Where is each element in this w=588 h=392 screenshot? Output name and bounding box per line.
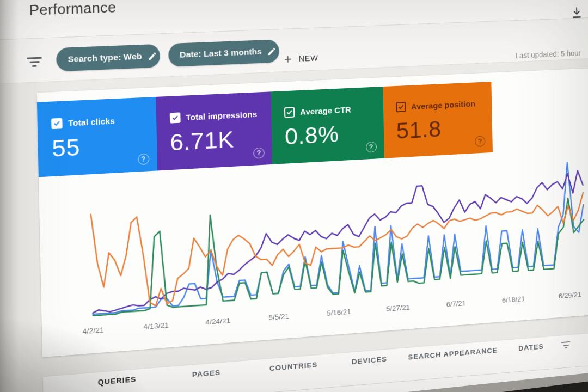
metric-label: Average position xyxy=(411,99,475,111)
chart-line-total-clicks xyxy=(90,162,585,314)
help-icon[interactable]: ? xyxy=(475,136,485,147)
performance-report-card: Total clicks 55 ? Total impressions 6.71… xyxy=(37,65,588,357)
filter-lines-icon[interactable] xyxy=(26,57,42,69)
x-axis-label: 5/5/21 xyxy=(268,312,289,322)
checkbox-checked-icon[interactable] xyxy=(51,118,63,130)
search-console-performance-page: Performance Search type: Web Date: Last … xyxy=(0,0,588,392)
chart-line-total-impressions xyxy=(90,170,585,313)
photo-of-screen: Performance Search type: Web Date: Last … xyxy=(0,0,588,392)
search-type-chip-label: Search type: Web xyxy=(68,51,142,64)
edit-pencil-icon xyxy=(267,46,277,56)
metric-card-average-position[interactable]: Average position 51.8 ? xyxy=(383,82,493,158)
edit-pencil-icon xyxy=(148,51,157,61)
x-axis-label: 6/18/21 xyxy=(502,295,525,304)
checkbox-checked-icon[interactable] xyxy=(284,107,295,118)
metric-label: Average CTR xyxy=(300,105,351,117)
metric-card-total-clicks[interactable]: Total clicks 55 ? xyxy=(37,97,157,177)
x-axis-label: 6/29/21 xyxy=(559,291,581,300)
performance-line-chart[interactable]: 4/2/214/13/214/24/215/5/215/16/215/27/21… xyxy=(42,154,588,352)
tab-countries[interactable]: COUNTRIES xyxy=(270,360,318,372)
metric-label: Total clicks xyxy=(68,116,115,128)
table-filter-icon[interactable] xyxy=(561,341,571,351)
date-range-chip[interactable]: Date: Last 3 months xyxy=(168,39,279,67)
x-axis-label: 4/2/21 xyxy=(82,326,104,335)
plus-icon: + xyxy=(284,53,292,65)
metric-card-average-ctr[interactable]: Average CTR 0.8% ? xyxy=(271,87,384,164)
tab-queries[interactable]: QUERIES xyxy=(97,375,136,387)
search-type-chip[interactable]: Search type: Web xyxy=(56,44,160,72)
x-axis-label: 6/7/21 xyxy=(446,299,466,308)
date-range-chip-label: Date: Last 3 months xyxy=(180,47,262,60)
help-icon[interactable]: ? xyxy=(138,154,149,166)
help-icon[interactable]: ? xyxy=(366,142,377,153)
new-filter-button[interactable]: + NEW xyxy=(284,52,318,65)
x-axis-label: 5/16/21 xyxy=(327,308,351,317)
tab-dates[interactable]: DATES xyxy=(518,342,544,352)
checkbox-checked-icon[interactable] xyxy=(169,112,180,123)
checkbox-checked-icon[interactable] xyxy=(396,102,406,113)
metric-label: Total impressions xyxy=(186,109,258,122)
metric-card-total-impressions[interactable]: Total impressions 6.71K ? xyxy=(156,91,272,170)
tab-devices[interactable]: DEVICES xyxy=(352,355,387,366)
x-axis-label: 4/13/21 xyxy=(143,321,169,331)
x-axis-label: 5/27/21 xyxy=(386,303,410,313)
page-title: Performance xyxy=(29,0,116,19)
help-icon[interactable]: ? xyxy=(253,148,265,159)
x-axis-label: 4/24/21 xyxy=(205,316,230,326)
new-filter-label: NEW xyxy=(298,53,318,63)
tab-pages[interactable]: PAGES xyxy=(192,368,221,378)
download-icon xyxy=(570,5,584,20)
tab-search-appearance[interactable]: SEARCH APPEARANCE xyxy=(408,346,498,362)
chart-line-average-position xyxy=(91,185,585,310)
